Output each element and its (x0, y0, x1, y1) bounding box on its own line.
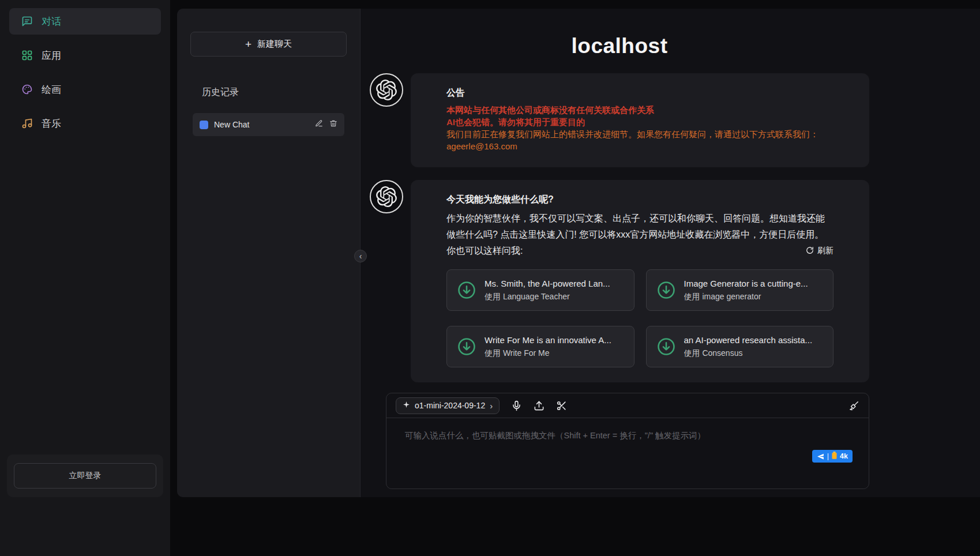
prompt-card[interactable]: an AI-powered research assista... 使用 Con… (646, 326, 834, 367)
arrow-down-circle-icon (456, 336, 477, 357)
app-root: 对话 应用 绘画 音乐 立即登录 + (0, 0, 980, 556)
chat-item-title: New Chat (214, 120, 309, 129)
prompt-card[interactable]: Image Generator is a cutting-e... 使用 ima… (646, 269, 834, 311)
arrow-down-circle-icon (656, 280, 677, 300)
upload-button[interactable] (534, 400, 545, 411)
message-input[interactable]: 可输入说点什么，也可贴截图或拖拽文件（Shift + Enter = 换行，"/… (386, 418, 869, 489)
microphone-button[interactable] (511, 400, 522, 411)
input-placeholder: 可输入说点什么，也可贴截图或拖拽文件（Shift + Enter = 换行，"/… (405, 430, 869, 441)
workspace: + 新建聊天 历史记录 New Chat ‹ l (177, 9, 980, 497)
ask-label: 你也可以这样问我: (446, 243, 523, 259)
separator: | (827, 452, 829, 460)
token-count: 4k (840, 452, 848, 460)
model-selector[interactable]: o1-mini-2024-09-12 › (396, 397, 500, 414)
announcement-line-2: AI也会犯错。请勿将其用于重要目的 (446, 116, 833, 128)
arrow-down-circle-icon (456, 280, 477, 300)
sidebar-item-label: 应用 (42, 49, 61, 62)
welcome-bubble: 今天我能为您做些什么呢? 作为你的智慧伙伴，我不仅可以写文案、出点子，还可以和你… (411, 180, 869, 382)
page-title: localhost (370, 32, 869, 61)
music-icon (21, 117, 33, 130)
assistant-avatar-icon (370, 180, 403, 213)
clear-context-button[interactable] (848, 400, 859, 411)
model-name: o1-mini-2024-09-12 (415, 401, 485, 410)
sparkle-icon (403, 401, 410, 410)
composer: o1-mini-2024-09-12 › (386, 393, 869, 489)
refresh-icon (806, 246, 814, 256)
collapse-panel-button[interactable]: ‹ (354, 250, 367, 262)
new-chat-label: 新建聊天 (257, 39, 292, 50)
contact-email[interactable]: ageerle@163.com (446, 140, 833, 152)
prompt-cards: Ms. Smith, the AI-powered Lan... 使用 Lang… (446, 269, 833, 367)
plus-icon: + (245, 39, 251, 50)
sidebar-item-music[interactable]: 音乐 (9, 110, 161, 137)
refresh-label: 刷新 (817, 246, 833, 256)
prompt-card-title: Image Generator is a cutting-e... (684, 279, 808, 288)
sidebar-item-label: 音乐 (42, 117, 61, 130)
message-welcome: 今天我能为您做些什么呢? 作为你的智慧伙伴，我不仅可以写文案、出点子，还可以和你… (370, 180, 869, 382)
announcement-bubble: 公告 本网站与任何其他公司或商标没有任何关联或合作关系 AI也会犯错。请勿将其用… (411, 73, 869, 167)
prompt-card-subtitle: 使用 Consensus (684, 348, 813, 359)
prompt-card-title: Ms. Smith, the AI-powered Lan... (485, 279, 610, 288)
chat-history-item[interactable]: New Chat (193, 113, 344, 136)
battery-icon (832, 452, 837, 461)
chevron-right-icon: › (490, 401, 493, 411)
sidebar-item-apps[interactable]: 应用 (9, 42, 161, 69)
prompt-card[interactable]: Ms. Smith, the AI-powered Lan... 使用 Lang… (446, 269, 634, 311)
palette-icon (21, 83, 33, 96)
announcement-line-1: 本网站与任何其他公司或商标没有任何关联或合作关系 (446, 104, 833, 116)
delete-icon[interactable] (329, 119, 337, 130)
refresh-button[interactable]: 刷新 (806, 246, 833, 256)
send-icon (817, 453, 824, 460)
arrow-down-circle-icon (656, 336, 677, 357)
history-label: 历史记录 (202, 87, 347, 99)
edit-icon[interactable] (315, 119, 323, 130)
sidebar-item-chat[interactable]: 对话 (9, 8, 161, 35)
message-announcement: 公告 本网站与任何其他公司或商标没有任何关联或合作关系 AI也会犯错。请勿将其用… (370, 73, 869, 167)
sidebar-item-label: 对话 (42, 15, 61, 28)
chat-item-icon (200, 121, 208, 129)
welcome-body: 作为你的智慧伙伴，我不仅可以写文案、出点子，还可以和你聊天、回答问题。想知道我还… (446, 211, 833, 243)
login-panel: 立即登录 (7, 454, 163, 497)
sidebar-item-paint[interactable]: 绘画 (9, 76, 161, 103)
prompt-card-subtitle: 使用 image generator (684, 292, 808, 302)
composer-toolbar: o1-mini-2024-09-12 › (386, 393, 869, 418)
prompt-card[interactable]: Write For Me is an innovative A... 使用 Wr… (446, 326, 634, 367)
welcome-title: 今天我能为您做些什么呢? (446, 194, 833, 206)
chat-list-panel: + 新建聊天 历史记录 New Chat (177, 9, 361, 497)
prompt-card-subtitle: 使用 Write For Me (485, 348, 611, 359)
prompt-card-title: an AI-powered research assista... (684, 335, 813, 345)
prompt-card-title: Write For Me is an innovative A... (485, 335, 611, 345)
assistant-avatar-icon (370, 73, 403, 107)
prompt-card-subtitle: 使用 Language Teacher (485, 292, 610, 302)
send-button[interactable]: | 4k (812, 450, 853, 463)
sidebar: 对话 应用 绘画 音乐 立即登录 (0, 0, 170, 556)
sidebar-item-label: 绘画 (42, 83, 61, 96)
apps-icon (21, 49, 33, 62)
login-button[interactable]: 立即登录 (14, 463, 156, 489)
scissors-button[interactable] (556, 400, 567, 411)
chat-icon (21, 15, 33, 28)
announcement-line-3: 我们目前正在修复我们网站上的错误并改进细节。如果您有任何疑问，请通过以下方式联系… (446, 128, 833, 140)
chat-main: localhost 公告 本网站与任何其他公司或商标没有任何关联或合作关系 AI… (361, 9, 980, 497)
new-chat-button[interactable]: + 新建聊天 (190, 32, 347, 57)
chevron-left-icon: ‹ (359, 251, 362, 261)
chat-item-actions (315, 119, 337, 130)
announcement-title: 公告 (446, 87, 833, 99)
